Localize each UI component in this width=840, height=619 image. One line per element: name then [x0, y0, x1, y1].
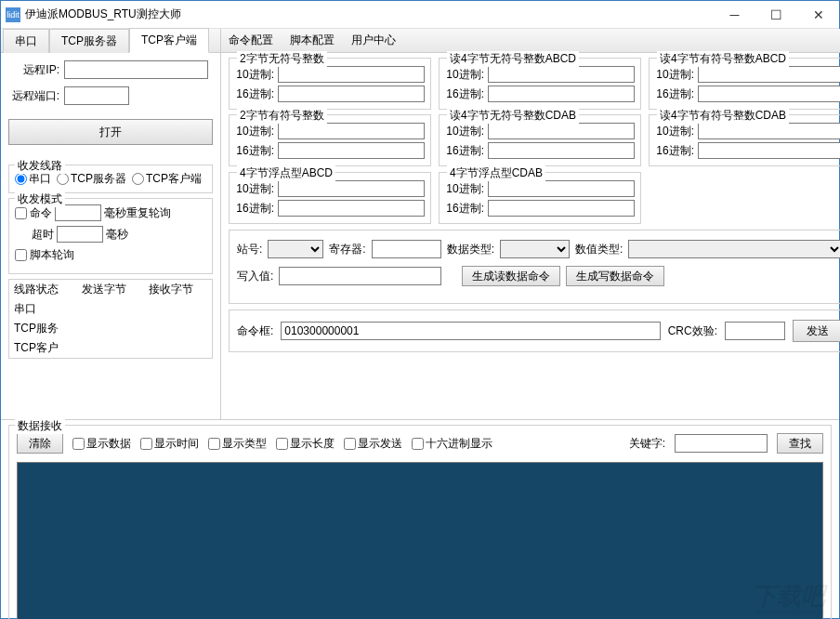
remote-ip-label: 远程IP:: [8, 62, 59, 78]
show-hex-chk[interactable]: 十六进制显示: [412, 436, 492, 452]
show-time-chk[interactable]: 显示时间: [140, 436, 199, 452]
float-dec-input-1[interactable]: [488, 180, 635, 197]
float-box-1: 4字节浮点型CDAB10进制:16进制:: [439, 172, 641, 224]
int-hex-input-4[interactable]: [488, 142, 635, 159]
open-button[interactable]: 打开: [8, 119, 213, 145]
cmd-frame-input[interactable]: [281, 322, 660, 340]
int-hex-input-0[interactable]: [278, 86, 425, 102]
float-dec-input-0[interactable]: [278, 180, 425, 197]
int-title-5: 读4字节有符号整数CDAB: [657, 108, 789, 124]
tab-script-config[interactable]: 脚本配置: [290, 33, 335, 48]
radio-tcp-server[interactable]: TCP服务器: [57, 171, 126, 187]
int-title-0: 2字节无符号整数: [237, 51, 327, 67]
status-hdr-sent: 发送字节: [77, 280, 145, 299]
float-hex-input-1[interactable]: [488, 200, 635, 217]
table-row: 串口: [9, 299, 212, 319]
recv-output[interactable]: [17, 462, 823, 619]
recv-title: 数据接收: [15, 418, 65, 434]
keyword-input[interactable]: [675, 434, 768, 453]
int-box-3: 2字节有符号整数10进制:16进制:: [229, 114, 431, 166]
float-box-0: 4字节浮点型ABCD10进制:16进制:: [229, 172, 431, 224]
radio-tcp-client[interactable]: TCP客户端: [132, 171, 202, 187]
tab-user-center[interactable]: 用户中心: [351, 33, 396, 48]
right-tabbar: 命令配置 脚本配置 用户中心: [221, 29, 840, 53]
app-icon: lidit: [6, 7, 20, 22]
cmd-frame-label: 命令框:: [237, 323, 273, 339]
bottom-panel: 数据接收 清除 显示数据 显示时间 显示类型 显示长度 显示发送 十六进制显示 …: [1, 419, 839, 619]
recv-group: 数据接收 清除 显示数据 显示时间 显示类型 显示长度 显示发送 十六进制显示 …: [8, 425, 832, 619]
int-dec-input-5[interactable]: [698, 123, 840, 139]
int-box-2: 读4字节有符号整数ABCD10进制:16进制:: [649, 58, 840, 110]
data-type-select[interactable]: [500, 240, 570, 258]
int-hex-input-3[interactable]: [278, 142, 425, 159]
script-poll-checkbox[interactable]: [15, 249, 27, 261]
show-send-chk[interactable]: 显示发送: [344, 436, 402, 452]
timeout-label: 超时: [32, 227, 54, 243]
crc-input[interactable]: [725, 322, 785, 340]
remote-port-input[interactable]: [64, 86, 129, 105]
int-box-0: 2字节无符号整数10进制:16进制:: [229, 58, 431, 110]
int-title-2: 读4字节有符号整数ABCD: [657, 51, 789, 67]
register-input[interactable]: [372, 240, 441, 258]
tab-cmd-config[interactable]: 命令配置: [229, 33, 273, 48]
close-button[interactable]: ✕: [797, 1, 839, 29]
send-button[interactable]: 发送: [793, 320, 840, 342]
find-button[interactable]: 查找: [777, 433, 823, 454]
remote-port-label: 远程端口:: [8, 88, 59, 104]
int-title-3: 2字节有符号整数: [237, 108, 327, 124]
ms-repeat-label: 毫秒重复轮询: [104, 205, 171, 221]
show-type-chk[interactable]: 显示类型: [208, 436, 267, 452]
int-dec-input-3[interactable]: [278, 123, 425, 139]
table-row: TCP客户: [9, 338, 212, 358]
value-type-label: 数值类型:: [575, 242, 623, 257]
int-box-1: 读4字节无符号整数ABCD10进制:16进制:: [439, 58, 641, 110]
float-title-0: 4字节浮点型ABCD: [237, 165, 335, 181]
cmd-checkbox[interactable]: [15, 207, 27, 219]
write-value-input[interactable]: [279, 267, 441, 285]
remote-ip-input[interactable]: [64, 60, 208, 79]
int-box-5: 读4字节有符号整数CDAB10进制:16进制:: [649, 114, 840, 166]
tab-serial[interactable]: 串口: [3, 29, 49, 53]
tx-mode-group: 收发模式 命令 毫秒重复轮询 超时 毫秒 脚本轮询: [8, 198, 213, 274]
int-hex-input-1[interactable]: [488, 86, 635, 102]
int-hex-input-2[interactable]: [698, 86, 840, 102]
table-row: TCP服务: [9, 319, 212, 338]
ms-label: 毫秒: [106, 227, 128, 243]
cmd-config-box: 站号: 寄存器: 数据类型: 数值类型: 写入值: 生成读数据命令: [229, 230, 840, 304]
int-dec-input-2[interactable]: [698, 66, 840, 83]
register-label: 寄存器:: [329, 242, 365, 257]
maximize-button[interactable]: ☐: [755, 1, 797, 29]
int-hex-input-5[interactable]: [698, 142, 840, 159]
show-data-chk[interactable]: 显示数据: [72, 436, 131, 452]
int-dec-input-0[interactable]: [278, 66, 425, 83]
left-panel: 串口 TCP服务器 TCP客户端 远程IP: 远程端口: 打开 收发线路 串口: [1, 29, 221, 419]
station-select[interactable]: [268, 240, 323, 258]
int-dec-input-4[interactable]: [488, 123, 635, 139]
data-type-label: 数据类型:: [447, 242, 494, 257]
left-tabbar: 串口 TCP服务器 TCP客户端: [1, 29, 220, 53]
clear-button[interactable]: 清除: [17, 433, 63, 454]
float-hex-input-0[interactable]: [278, 200, 425, 217]
tab-tcp-server[interactable]: TCP服务器: [49, 29, 129, 53]
cmd-frame-box: 命令框: CRC效验: 发送: [229, 310, 840, 352]
write-value-label: 写入值:: [237, 269, 273, 284]
int-box-4: 读4字节无符号整数CDAB10进制:16进制:: [439, 114, 641, 166]
app-window: lidit 伊迪派MODBUS_RTU测控大师 ─ ☐ ✕ 串口 TCP服务器 …: [0, 0, 840, 619]
crc-label: CRC效验:: [668, 323, 717, 339]
tab-tcp-client[interactable]: TCP客户端: [129, 28, 209, 53]
int-dec-input-1[interactable]: [488, 66, 635, 83]
status-box: 线路状态 发送字节 接收字节 串口 TCP服务 TCP客户: [8, 279, 213, 359]
minimize-button[interactable]: ─: [714, 1, 755, 29]
gen-read-button[interactable]: 生成读数据命令: [462, 266, 560, 286]
value-type-select[interactable]: [628, 240, 840, 258]
gen-write-button[interactable]: 生成写数据命令: [566, 266, 664, 286]
script-poll-label: 脚本轮询: [30, 247, 74, 263]
int-title-1: 读4字节无符号整数ABCD: [447, 51, 579, 67]
float-title-1: 4字节浮点型CDAB: [447, 165, 545, 181]
timeout-input[interactable]: [57, 226, 103, 243]
int-title-4: 读4字节无符号整数CDAB: [447, 108, 579, 124]
status-hdr-line: 线路状态: [9, 280, 77, 299]
tx-line-group: 收发线路 串口 TCP服务器 TCP客户端: [8, 165, 213, 193]
show-len-chk[interactable]: 显示长度: [276, 436, 335, 452]
tx-line-title: 收发线路: [15, 158, 65, 174]
